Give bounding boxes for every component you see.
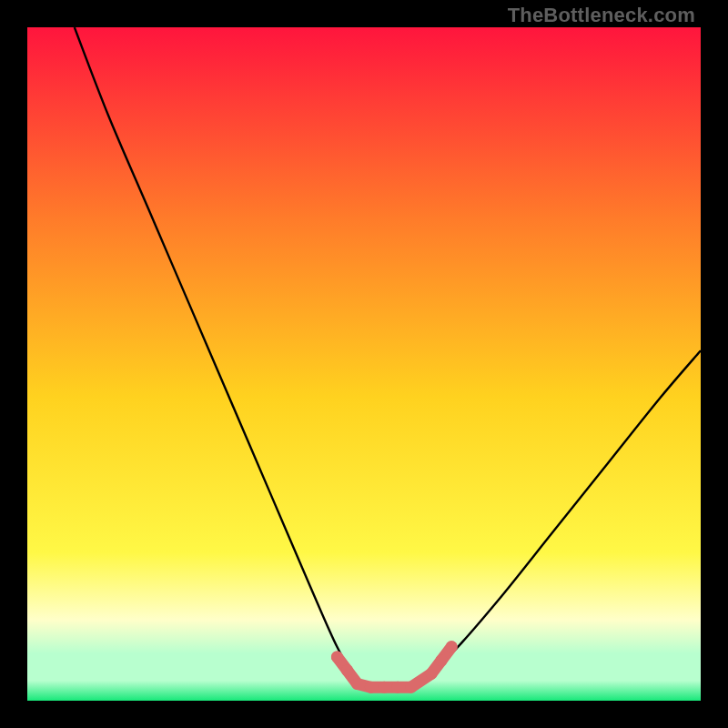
watermark-text: TheBottleneck.com bbox=[508, 4, 695, 27]
marker-dot bbox=[436, 654, 448, 666]
bottom-markers bbox=[331, 641, 458, 687]
plot-area bbox=[27, 27, 701, 701]
chart-svg bbox=[27, 27, 701, 701]
outer-black-frame: TheBottleneck.com bbox=[0, 0, 728, 728]
marker-dot bbox=[446, 641, 458, 652]
marker-dot bbox=[341, 664, 353, 676]
bottleneck-curve bbox=[75, 27, 701, 688]
marker-dot bbox=[331, 651, 343, 662]
